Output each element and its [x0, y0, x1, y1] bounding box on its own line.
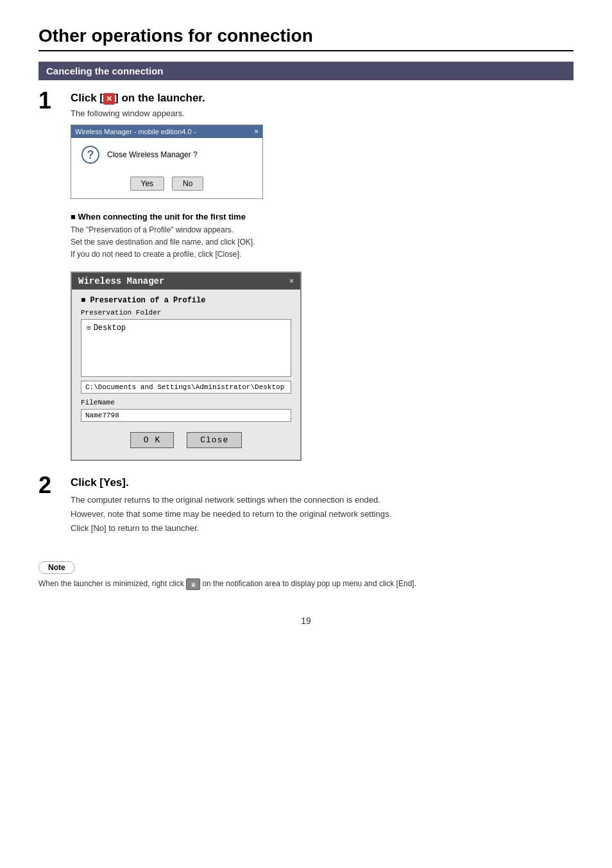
dialog-large-close-btn[interactable]: × — [289, 277, 294, 286]
note-section: Note When the launcher is minimized, rig… — [38, 548, 574, 590]
step2-line3: Click [No] to return to the launcher. — [71, 523, 199, 533]
preservation-section-title: Preservation of a Profile — [81, 296, 291, 305]
section-header: Canceling the connection — [38, 62, 574, 80]
dialog-small-title: Wireless Manager - mobile edition4.0 - — [75, 128, 196, 135]
path-input[interactable]: C:\Documents and Settings\Administrator\… — [81, 381, 291, 394]
step-2-content: Click [Yes]. The computer returns to the… — [71, 476, 574, 535]
when-connecting-section: When connecting the unit for the first t… — [71, 212, 574, 261]
step-2: 2 Click [Yes]. The computer returns to t… — [38, 476, 574, 535]
step-1-title-prefix: Click [ — [71, 92, 103, 104]
step2-line1: The computer returns to the original net… — [71, 495, 380, 505]
folder-item-desktop: ⊞ Desktop — [87, 324, 285, 333]
close-wireless-dialog: Wireless Manager - mobile edition4.0 - ×… — [71, 125, 263, 199]
step2-line2: However, note that some time may be need… — [71, 509, 391, 519]
wireless-manager-dialog: Wireless Manager × Preservation of a Pro… — [71, 272, 302, 461]
filename-label: FileName — [81, 399, 291, 406]
dialog-small-body-text: Close Wireless Manager ? — [107, 150, 198, 159]
when-connecting-line1: The "Preservation of a Profile" window a… — [71, 225, 234, 234]
step-2-title: Click [Yes]. — [71, 476, 574, 489]
page-title: Other operations for connection — [38, 26, 574, 51]
when-connecting-line3: If you do not need to create a profile, … — [71, 250, 241, 259]
dialog-large-title: Wireless Manager — [78, 276, 164, 286]
notification-icon: 🖥 — [186, 578, 200, 590]
dialog-small-close-btn[interactable]: × — [254, 127, 259, 136]
x-icon: ✕ — [103, 93, 115, 105]
dialog-small-titlebar: Wireless Manager - mobile edition4.0 - × — [71, 125, 262, 138]
page-number: 19 — [38, 616, 574, 626]
close-button-large[interactable]: Close — [187, 432, 242, 448]
dialog-small-body: ? Close Wireless Manager ? — [71, 138, 262, 171]
filename-input[interactable]: Name7798 — [81, 409, 291, 422]
step-1: 1 Click [✕] on the launcher. The followi… — [38, 92, 574, 461]
ok-button-large[interactable]: O K — [130, 432, 174, 448]
step-1-subtitle: The following window appears. — [71, 108, 574, 118]
step-2-body: The computer returns to the original net… — [71, 493, 574, 535]
dialog-large-titlebar: Wireless Manager × — [72, 273, 300, 290]
dialog-large-buttons: O K Close — [81, 428, 291, 453]
question-icon: ? — [81, 146, 99, 164]
note-text: When the launcher is minimized, right cl… — [38, 578, 574, 590]
note-label: Note — [38, 561, 75, 574]
step-2-number: 2 — [38, 474, 71, 497]
dialog-large-body: Preservation of a Profile Preservation F… — [72, 290, 300, 460]
plus-icon: ⊞ — [87, 324, 91, 332]
no-button[interactable]: No — [172, 177, 203, 191]
step-1-number: 1 — [38, 89, 71, 112]
dialog-small-buttons: Yes No — [71, 171, 262, 198]
step-1-title: Click [✕] on the launcher. — [71, 92, 574, 105]
when-connecting-text: The "Preservation of a Profile" window a… — [71, 224, 574, 261]
when-connecting-line2: Set the save destination and file name, … — [71, 238, 255, 247]
folder-tree[interactable]: ⊞ Desktop — [81, 319, 291, 377]
preservation-folder-label: Preservation Folder — [81, 309, 291, 317]
yes-button[interactable]: Yes — [130, 177, 165, 191]
when-connecting-title: When connecting the unit for the first t… — [71, 212, 574, 221]
step-1-title-suffix: ] on the launcher. — [115, 92, 205, 104]
step-1-content: Click [✕] on the launcher. The following… — [71, 92, 574, 461]
folder-item-desktop-label: Desktop — [94, 324, 126, 333]
